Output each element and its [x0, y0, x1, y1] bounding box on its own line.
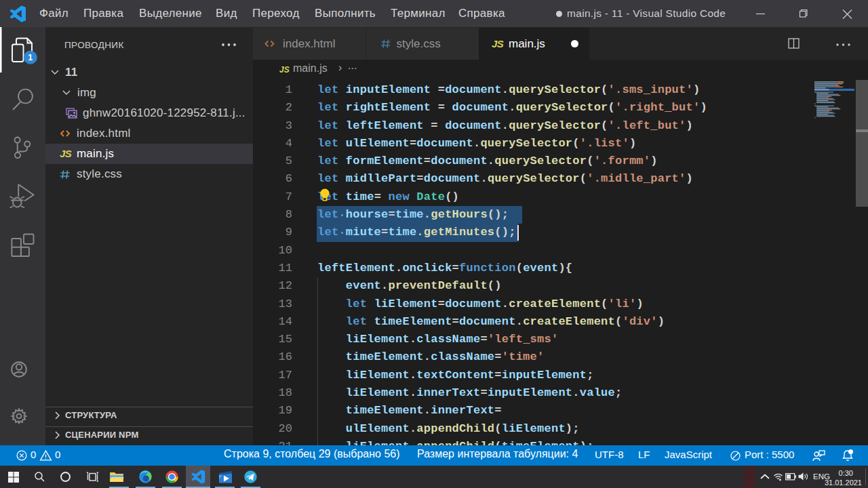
svg-text:1: 1: [28, 53, 33, 62]
